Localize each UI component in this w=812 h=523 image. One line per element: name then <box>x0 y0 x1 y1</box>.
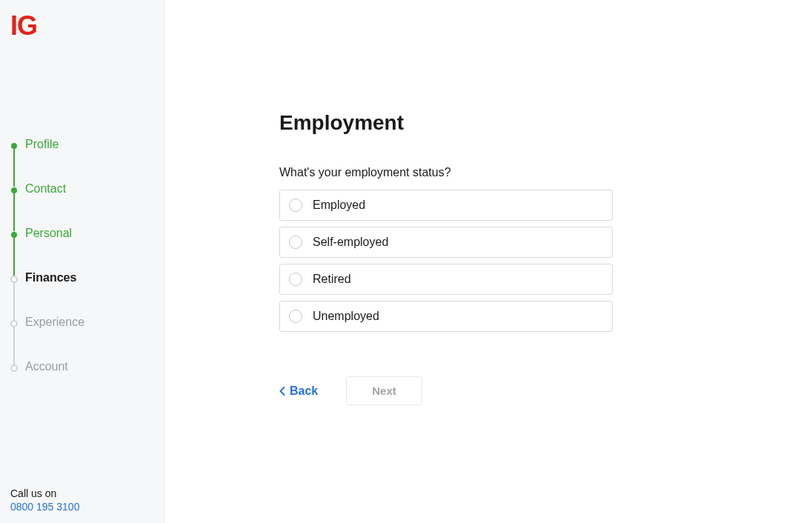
step-line <box>13 282 15 320</box>
back-label: Back <box>290 384 318 398</box>
sidebar: IG Profile Contact Personal Finances Exp… <box>0 0 164 523</box>
radio-group: Employed Self-employed Retired Unemploye… <box>279 190 613 332</box>
page-title: Employment <box>279 111 613 135</box>
radio-icon <box>289 310 302 323</box>
option-retired[interactable]: Retired <box>279 264 613 295</box>
call-label: Call us on <box>10 487 79 499</box>
step-finances[interactable]: Finances <box>10 271 164 316</box>
option-label: Self-employed <box>313 236 388 249</box>
step-line <box>13 326 15 364</box>
step-label: Personal <box>25 227 164 240</box>
option-unemployed[interactable]: Unemployed <box>279 301 613 332</box>
phone-link[interactable]: 0800 195 3100 <box>10 501 79 513</box>
step-dot-icon <box>10 320 18 327</box>
step-contact[interactable]: Contact <box>10 182 164 227</box>
option-label: Retired <box>313 273 351 286</box>
step-dot-icon <box>11 232 17 238</box>
sidebar-footer: Call us on 0800 195 3100 <box>10 487 79 513</box>
step-dot-icon <box>10 364 18 372</box>
form-actions: Back Next <box>279 376 613 405</box>
option-label: Unemployed <box>313 310 379 323</box>
radio-icon <box>289 236 302 249</box>
step-label: Finances <box>25 271 164 284</box>
step-dot-icon <box>10 276 18 283</box>
step-personal[interactable]: Personal <box>10 227 164 271</box>
step-profile[interactable]: Profile <box>10 138 164 182</box>
step-label: Profile <box>25 138 164 151</box>
step-label: Contact <box>25 182 164 196</box>
question-label: What's your employment status? <box>279 166 613 179</box>
step-line <box>13 193 15 231</box>
logo: IG <box>0 0 164 41</box>
step-line <box>13 237 15 276</box>
step-line <box>13 148 15 187</box>
step-experience[interactable]: Experience <box>10 316 164 360</box>
step-dot-icon <box>11 187 17 193</box>
step-dot-icon <box>11 143 17 149</box>
form-content: Employment What's your employment status… <box>279 111 613 405</box>
step-label: Experience <box>25 316 164 329</box>
option-self-employed[interactable]: Self-employed <box>279 227 613 258</box>
chevron-left-icon <box>279 387 285 396</box>
radio-icon <box>289 273 302 286</box>
main-content: Employment What's your employment status… <box>164 0 812 523</box>
radio-icon <box>289 199 302 212</box>
back-button[interactable]: Back <box>279 384 318 398</box>
next-button[interactable]: Next <box>346 376 422 405</box>
option-employed[interactable]: Employed <box>279 190 613 221</box>
step-account[interactable]: Account <box>10 360 164 373</box>
step-label: Account <box>25 360 164 373</box>
progress-steps: Profile Contact Personal Finances Experi… <box>0 138 164 373</box>
option-label: Employed <box>313 199 365 212</box>
